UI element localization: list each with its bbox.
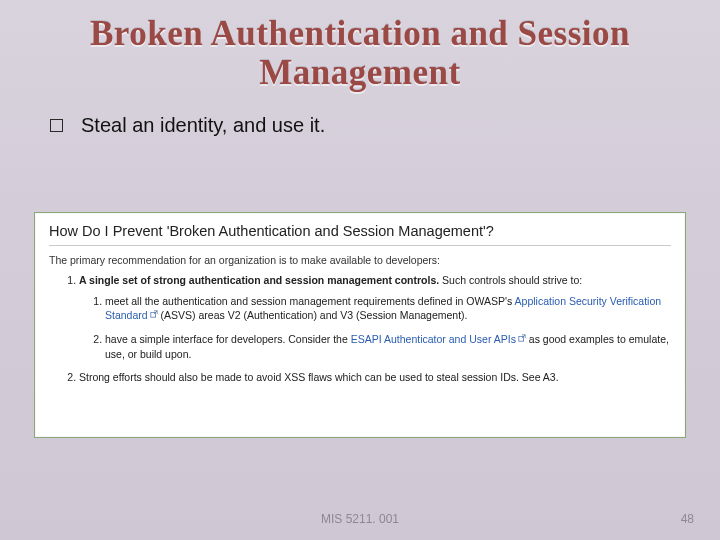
item2-text: Strong efforts should also be made to av… <box>79 371 559 383</box>
panel-intro: The primary recommendation for an organi… <box>49 254 671 266</box>
page-number: 48 <box>681 512 694 526</box>
content-panel: How Do I Prevent 'Broken Authentication … <box>34 212 686 438</box>
title-line-1: Broken Authentication and Session <box>90 14 630 53</box>
sub2-pre: have a simple interface for developers. … <box>105 333 351 345</box>
panel-heading: How Do I Prevent 'Broken Authentication … <box>49 223 671 246</box>
square-bullet-icon <box>50 119 63 132</box>
sub1-post: (ASVS) areas V2 (Authentication) and V3 … <box>158 309 468 321</box>
inner-list: meet all the authentication and session … <box>79 294 671 361</box>
external-link-icon <box>150 310 158 318</box>
esapi-link[interactable]: ESAPI Authenticator and User APIs <box>351 333 516 345</box>
bullet-row: Steal an identity, and use it. <box>0 92 720 137</box>
item1-bold: A single set of strong authentication an… <box>79 274 439 286</box>
list-item: have a simple interface for developers. … <box>105 332 671 360</box>
list-item: Strong efforts should also be made to av… <box>79 371 671 383</box>
external-link-icon <box>518 334 526 342</box>
list-item: meet all the authentication and session … <box>105 294 671 322</box>
item1-tail: Such controls should strive to: <box>439 274 582 286</box>
bullet-text: Steal an identity, and use it. <box>81 114 325 137</box>
slide-title: Broken Authentication and Session Manage… <box>0 0 720 92</box>
footer-course: MIS 5211. 001 <box>0 512 720 526</box>
outer-list: A single set of strong authentication an… <box>49 274 671 383</box>
title-line-2: Management <box>259 53 460 92</box>
list-item: A single set of strong authentication an… <box>79 274 671 361</box>
sub1-pre: meet all the authentication and session … <box>105 295 515 307</box>
